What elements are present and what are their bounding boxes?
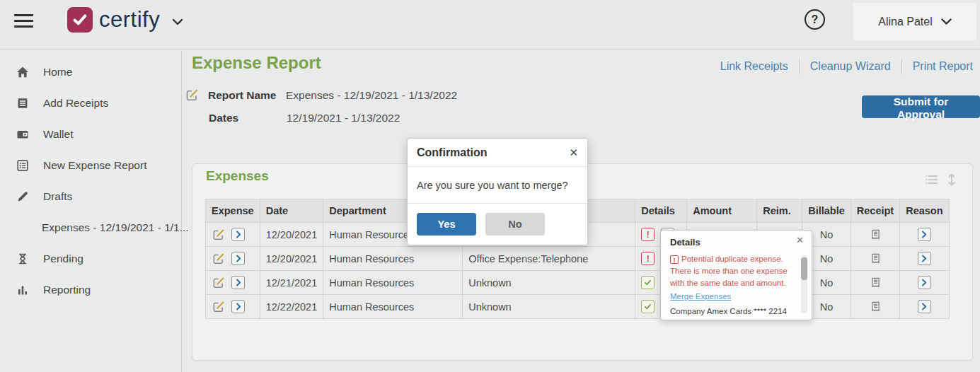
sidebar-item-add-receipts[interactable]: Add Receipts — [0, 88, 181, 119]
no-button[interactable]: No — [485, 213, 545, 236]
reporting-chart-icon — [16, 283, 30, 297]
popover-scrollbar[interactable] — [801, 255, 807, 313]
sidebar-item-new-expense-report[interactable]: New Expense Report — [0, 150, 181, 181]
edit-expense-icon[interactable] — [212, 228, 225, 241]
link-separator — [901, 59, 902, 74]
header-links: Link Receipts Cleanup Wizard Print Repor… — [720, 59, 973, 74]
sidebar: Home Add Receipts Wallet New Expense Rep… — [0, 50, 182, 372]
user-chevron-down-icon — [941, 18, 952, 25]
link-separator — [799, 59, 800, 74]
details-popover: Details ✕ !Potential duplicate expense. … — [660, 230, 812, 320]
brand-logo: certify — [67, 7, 183, 33]
modal-message: Are you sure you want to merge? — [408, 167, 587, 204]
edit-expense-icon[interactable] — [212, 300, 225, 313]
edit-expense-icon[interactable] — [212, 252, 225, 265]
checked-ok-icon[interactable] — [641, 276, 655, 289]
sidebar-item-reporting[interactable]: Reporting — [0, 274, 181, 306]
popover-title: Details — [670, 237, 701, 248]
col-expense: Expense — [206, 199, 260, 223]
report-name-row: Report Name Expenses - 12/19/2021 - 1/13… — [185, 88, 457, 102]
home-icon — [16, 65, 30, 79]
modal-footer: Yes No — [408, 204, 587, 245]
expenses-title: Expenses — [206, 168, 269, 184]
open-reason-icon[interactable] — [918, 252, 931, 265]
duplicate-warning-text: !Potential duplicate expense. There is m… — [670, 253, 792, 289]
brand-wordmark: certify — [99, 7, 160, 33]
top-bar: certify ? Alina Patel — [0, 0, 980, 50]
sidebar-item-drafts[interactable]: Drafts — [0, 181, 181, 212]
expense-date: 12/20/2021 — [260, 247, 323, 271]
resize-updown-icon[interactable] — [947, 173, 957, 187]
report-name-label: Report Name — [208, 89, 286, 102]
open-reason-icon[interactable] — [918, 228, 931, 241]
col-reim: Reim. — [757, 199, 802, 223]
expense-department: Human Resources — [323, 247, 463, 271]
sidebar-item-home[interactable]: Home — [0, 57, 181, 88]
col-amount: Amount — [687, 199, 757, 223]
new-expense-report-icon — [16, 158, 30, 173]
card-source-text: Company Amex Cards **** 2214 — [670, 307, 792, 315]
popover-body: !Potential duplicate expense. There is m… — [670, 253, 792, 315]
dates-label: Dates — [209, 112, 287, 124]
page-title: Expense Report — [192, 53, 321, 73]
wallet-icon — [16, 127, 30, 141]
table-row: 12/21/2021 Human Resources Unknown No — [206, 271, 950, 295]
col-details: Details — [635, 199, 687, 223]
table-row: 12/20/2021 Human Resources Office Expens… — [206, 247, 950, 271]
sidebar-item-expenses-report[interactable]: Expenses - 12/19/2021 - 1/1... — [0, 212, 181, 243]
open-expense-icon[interactable] — [231, 300, 245, 313]
submit-for-approval-button[interactable]: Submit for Approval — [862, 95, 980, 118]
modal-header: Confirmation ✕ — [408, 139, 587, 167]
duplicate-warning-icon[interactable]: ! — [641, 228, 655, 241]
user-name: Alina Patel — [878, 16, 933, 28]
open-reason-icon[interactable] — [918, 276, 931, 289]
open-reason-icon[interactable] — [918, 300, 931, 313]
col-receipt: Receipt — [851, 199, 899, 223]
table-row: 12/22/2021 Human Resources Unknown No — [206, 295, 950, 319]
duplicate-warning-icon[interactable]: ! — [641, 252, 655, 265]
receipt-icon[interactable] — [869, 276, 882, 289]
expense-department: Human Resources — [323, 295, 463, 319]
edit-expense-icon[interactable] — [212, 276, 225, 289]
expense-date: 12/21/2021 — [260, 271, 323, 295]
popover-scrollbar-thumb[interactable] — [801, 257, 807, 280]
expense-date: 12/22/2021 — [260, 295, 323, 319]
checked-ok-icon[interactable] — [641, 300, 655, 313]
modal-title: Confirmation — [417, 146, 488, 159]
certify-check-icon — [67, 7, 93, 33]
yes-button[interactable]: Yes — [417, 213, 476, 236]
link-receipts-link[interactable]: Link Receipts — [720, 60, 788, 73]
receipt-icon[interactable] — [869, 228, 882, 241]
merge-expenses-link[interactable]: Merge Expenses — [670, 292, 731, 301]
help-icon[interactable]: ? — [805, 9, 825, 30]
open-expense-icon[interactable] — [231, 228, 245, 241]
report-name-value: Expenses - 12/19/2021 - 1/13/2022 — [286, 89, 457, 102]
print-report-link[interactable]: Print Report — [913, 60, 973, 73]
hamburger-menu-icon[interactable] — [14, 14, 33, 28]
open-expense-icon[interactable] — [231, 276, 245, 289]
brand-chevron-down-icon[interactable] — [172, 18, 183, 25]
list-view-icon[interactable] — [925, 174, 939, 185]
popover-close-icon[interactable]: ✕ — [796, 235, 804, 245]
edit-report-name-icon[interactable] — [185, 88, 199, 102]
expense-category: Office Expense:Telephone — [463, 247, 635, 271]
expense-date: 12/20/2021 — [260, 223, 323, 247]
receipt-icon[interactable] — [869, 300, 882, 313]
receipt-icon[interactable] — [869, 252, 882, 265]
sidebar-item-pending[interactable]: Pending — [0, 243, 181, 274]
col-billable: Billable — [802, 199, 851, 223]
dates-row: Dates 12/19/2021 - 1/13/2022 — [209, 112, 400, 124]
panel-tools — [925, 173, 957, 187]
user-menu[interactable]: Alina Patel — [853, 3, 976, 40]
col-reason: Reason — [900, 199, 949, 223]
warning-badge-icon: ! — [670, 255, 679, 264]
confirmation-modal: Confirmation ✕ Are you sure you want to … — [407, 138, 588, 245]
sidebar-item-wallet[interactable]: Wallet — [0, 119, 181, 150]
expense-category: Unknown — [463, 295, 635, 319]
cleanup-wizard-link[interactable]: Cleanup Wizard — [810, 60, 891, 73]
modal-close-icon[interactable]: ✕ — [569, 146, 578, 159]
col-date: Date — [260, 199, 323, 223]
add-receipts-icon — [16, 96, 30, 110]
open-expense-icon[interactable] — [231, 252, 245, 265]
expense-category: Unknown — [463, 271, 635, 295]
